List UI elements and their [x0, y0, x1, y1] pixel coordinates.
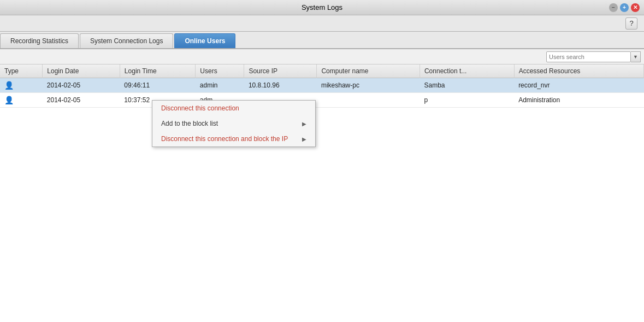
col-login-time: Login Time — [120, 65, 195, 78]
col-users: Users — [196, 65, 244, 78]
context-menu-item-label: Disconnect this connection — [161, 104, 239, 112]
cell-type: 👤 — [0, 93, 43, 108]
col-computer-name: Computer name — [317, 65, 420, 78]
col-login-date: Login Date — [43, 65, 120, 78]
table-header-row: Type Login Date Login Time Users Source … — [0, 65, 644, 78]
table-row[interactable]: 👤2014-02-0509:46:11admin10.8.10.96mikesh… — [0, 78, 644, 93]
window-controls: − + ✕ — [609, 3, 640, 12]
cell-connection-type: p — [420, 93, 514, 108]
help-bar: ? — [0, 15, 644, 32]
tab-recording-statistics[interactable]: Recording Statistics — [0, 33, 79, 48]
help-button[interactable]: ? — [625, 17, 637, 30]
window-title: System Logs — [302, 3, 342, 11]
cell-users: admin — [196, 78, 244, 93]
table-row[interactable]: 👤2014-02-0510:37:52admpAdministration — [0, 93, 644, 108]
search-dropdown-button[interactable]: ▼ — [631, 51, 641, 62]
cell-computer-name: mikeshaw-pc — [317, 78, 420, 93]
context-menu-item-block-list[interactable]: Add to the block list▶ — [152, 116, 315, 131]
submenu-arrow-icon: ▶ — [302, 136, 306, 142]
cell-computer-name — [317, 93, 420, 108]
cell-accessed-resources: Administration — [514, 93, 643, 108]
context-menu: Disconnect this connectionAdd to the blo… — [152, 100, 316, 147]
user-icon: 👤 — [4, 81, 14, 90]
tabs-bar: Recording Statistics System Connection L… — [0, 32, 644, 49]
col-connection-type: Connection t... — [420, 65, 514, 78]
cell-login-date: 2014-02-05 — [43, 93, 120, 108]
users-table: Type Login Date Login Time Users Source … — [0, 65, 644, 108]
cell-connection-type: Samba — [420, 78, 514, 93]
tab-online-users[interactable]: Online Users — [174, 33, 235, 48]
main-content: Type Login Date Login Time Users Source … — [0, 65, 644, 322]
minimize-button[interactable]: − — [609, 3, 618, 12]
context-menu-item-label: Add to the block list — [161, 120, 218, 127]
maximize-button[interactable]: + — [620, 3, 629, 12]
submenu-arrow-icon: ▶ — [302, 121, 306, 127]
context-menu-item-disconnect-block[interactable]: Disconnect this connection and block the… — [152, 131, 315, 147]
col-type: Type — [0, 65, 43, 78]
cell-login-date: 2014-02-05 — [43, 78, 120, 93]
cell-source-ip: 10.8.10.96 — [244, 78, 317, 93]
table-container: Type Login Date Login Time Users Source … — [0, 65, 644, 322]
col-accessed-resources: Accessed Resources — [514, 65, 643, 78]
context-menu-item-label: Disconnect this connection and block the… — [161, 135, 288, 143]
title-bar: System Logs − + ✕ — [0, 0, 644, 15]
cell-type: 👤 — [0, 78, 43, 93]
tab-system-connection-logs[interactable]: System Connection Logs — [80, 33, 173, 48]
close-button[interactable]: ✕ — [631, 3, 640, 12]
user-icon: 👤 — [4, 96, 14, 104]
cell-login-time: 09:46:11 — [120, 78, 195, 93]
search-input[interactable] — [546, 51, 631, 62]
col-source-ip: Source IP — [244, 65, 317, 78]
context-menu-item-disconnect[interactable]: Disconnect this connection — [152, 101, 315, 116]
search-bar: ▼ — [0, 49, 644, 65]
cell-accessed-resources: record_nvr — [514, 78, 643, 93]
